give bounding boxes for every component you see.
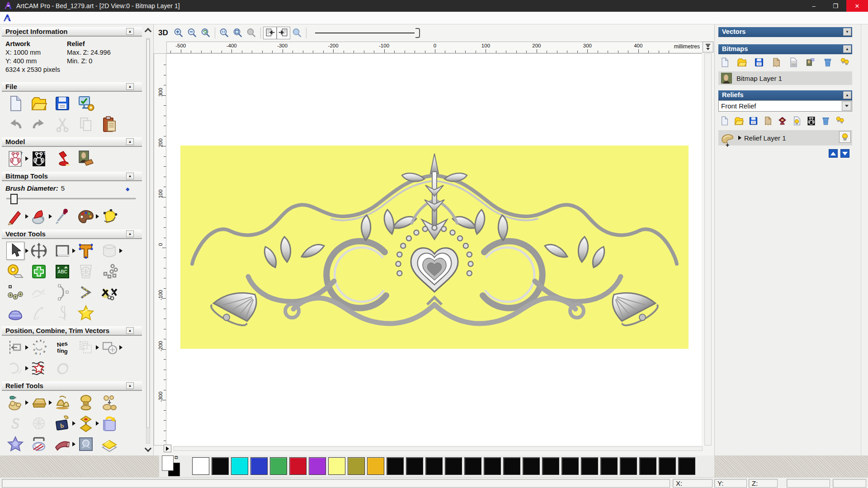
minimize-button[interactable]: – bbox=[803, 0, 825, 12]
layer-texture-button[interactable] bbox=[763, 116, 773, 126]
teddy-negative-button[interactable] bbox=[806, 116, 816, 126]
tool-interlock[interactable] bbox=[53, 359, 71, 377]
tool-new-model[interactable] bbox=[6, 94, 24, 113]
tool-nesting[interactable]: Nesting bbox=[53, 338, 71, 357]
palette-swatch[interactable] bbox=[367, 457, 384, 475]
collapse-section-icon[interactable]: ▲ bbox=[126, 230, 134, 237]
flyout-arrow-icon[interactable] bbox=[49, 400, 52, 405]
layer-bulb-page-button[interactable] bbox=[792, 116, 802, 126]
tool-cut[interactable] bbox=[53, 115, 71, 133]
tool-relief-wrap[interactable] bbox=[100, 414, 118, 432]
palette-swatch[interactable] bbox=[639, 457, 656, 475]
brush-diameter-slider[interactable] bbox=[6, 198, 136, 199]
flyout-arrow-icon[interactable] bbox=[119, 249, 123, 253]
tool-undo[interactable] bbox=[6, 115, 24, 133]
tool-arc-edit[interactable] bbox=[53, 283, 71, 301]
tool-measure[interactable] bbox=[6, 263, 24, 281]
palette-swatch[interactable] bbox=[600, 457, 618, 475]
line-thickness-handle[interactable] bbox=[415, 28, 420, 38]
tool-save-file[interactable] bbox=[53, 94, 71, 113]
flyout-arrow-icon[interactable] bbox=[119, 345, 123, 350]
zoom-in-button[interactable] bbox=[172, 27, 185, 39]
scrollbar-thumb[interactable] bbox=[146, 39, 150, 428]
vectors-section-header[interactable]: Vectors ▼ bbox=[718, 27, 852, 37]
relief-layer-row[interactable]: + Relief Layer 1 bbox=[718, 130, 852, 145]
collapse-section-icon[interactable]: ▲ bbox=[126, 28, 134, 35]
tool-lighting[interactable] bbox=[53, 150, 71, 168]
palette-swatch[interactable] bbox=[348, 457, 365, 475]
collapse-section-icon[interactable]: ▲ bbox=[126, 83, 134, 90]
collapse-reliefs-icon[interactable]: ▲ bbox=[843, 91, 851, 99]
maximize-button[interactable]: ❐ bbox=[825, 0, 846, 12]
tool-relief-press[interactable] bbox=[30, 435, 48, 453]
palette-swatch[interactable] bbox=[445, 457, 462, 475]
tool-relief-sculpt[interactable]: S bbox=[6, 414, 24, 432]
palette-swatch[interactable] bbox=[289, 457, 307, 475]
layer-image-button[interactable] bbox=[805, 57, 816, 68]
tool-select[interactable] bbox=[6, 242, 24, 260]
tool-bitmap-to-vector[interactable] bbox=[100, 207, 118, 225]
bitmap-tools-header[interactable]: Bitmap Tools▲ bbox=[2, 172, 142, 181]
link-colours-icon[interactable]: ⧉ bbox=[175, 455, 178, 460]
layer-fade-button[interactable] bbox=[788, 57, 799, 68]
tool-fluting[interactable] bbox=[30, 359, 48, 377]
tool-relief-layers[interactable] bbox=[100, 435, 118, 453]
collapse-section-icon[interactable]: ▲ bbox=[126, 173, 134, 179]
tool-envelope[interactable] bbox=[100, 242, 118, 260]
palette-swatch[interactable] bbox=[561, 457, 579, 475]
model-header[interactable]: Model▲ bbox=[2, 137, 142, 147]
move-layer-up-button[interactable] bbox=[829, 149, 838, 158]
tool-relief-clipart[interactable]: b bbox=[53, 414, 71, 432]
vector-tools-header[interactable]: Vector Tools▲ bbox=[2, 230, 142, 239]
collapse-section-icon[interactable]: ▲ bbox=[126, 382, 134, 389]
canvas-scroll-left-button[interactable] bbox=[164, 445, 171, 452]
flyout-arrow-icon[interactable] bbox=[72, 249, 75, 253]
tool-align[interactable] bbox=[6, 338, 24, 357]
tool-cut-vector[interactable] bbox=[100, 283, 118, 301]
zoom-selection-button[interactable] bbox=[290, 27, 304, 39]
flyout-arrow-icon[interactable] bbox=[25, 345, 28, 350]
tool-curve-smooth[interactable] bbox=[30, 304, 48, 322]
flyout-arrow-icon[interactable] bbox=[96, 345, 99, 350]
collapse-section-icon[interactable]: ▲ bbox=[126, 327, 134, 334]
zoom-fit-button[interactable] bbox=[231, 27, 245, 39]
ruler-options-button[interactable] bbox=[703, 42, 713, 52]
new-layer-page-button[interactable] bbox=[719, 116, 730, 126]
tool-options[interactable] bbox=[77, 94, 95, 113]
tool-nodes[interactable] bbox=[100, 263, 118, 281]
zoom-1to1-button[interactable]: 1:1 bbox=[217, 27, 231, 39]
flyout-arrow-icon[interactable] bbox=[49, 214, 52, 219]
palette-swatch[interactable] bbox=[581, 457, 598, 475]
palette-swatch[interactable] bbox=[503, 457, 520, 475]
tool-trim[interactable] bbox=[6, 359, 24, 377]
tool-palette[interactable] bbox=[77, 207, 95, 225]
tool-weld[interactable] bbox=[100, 338, 118, 357]
relief-artwork[interactable] bbox=[180, 145, 689, 349]
zoom-previous-button[interactable] bbox=[199, 27, 212, 39]
tool-relief-stamp[interactable] bbox=[77, 414, 95, 432]
flyout-arrow-icon[interactable] bbox=[72, 442, 75, 446]
primary-secondary-colours[interactable]: ⧉ bbox=[162, 456, 183, 476]
open-layer-folder-button[interactable] bbox=[734, 116, 744, 126]
flyout-arrow-icon[interactable] bbox=[96, 214, 99, 219]
tool-transform[interactable] bbox=[30, 242, 48, 260]
layer-visibility-button[interactable] bbox=[839, 131, 851, 143]
tool-colour-picker[interactable] bbox=[53, 207, 71, 225]
palette-swatch[interactable] bbox=[523, 457, 540, 475]
right-panel-scrollbar[interactable] bbox=[861, 24, 868, 455]
canvas-horizontal-scrollbar[interactable] bbox=[174, 446, 703, 451]
brush-diamond-icon[interactable]: ◆ bbox=[126, 186, 129, 192]
toggle-vector-view-button[interactable] bbox=[277, 27, 290, 39]
tool-curve-join[interactable] bbox=[53, 304, 71, 322]
tool-mesh[interactable] bbox=[77, 263, 95, 281]
flyout-arrow-icon[interactable] bbox=[25, 366, 28, 371]
tool-paint[interactable] bbox=[6, 207, 24, 225]
expand-relief-layer-icon[interactable] bbox=[738, 136, 741, 140]
move-layer-down-button[interactable] bbox=[840, 149, 849, 158]
delete-layer-button[interactable] bbox=[821, 116, 831, 126]
palette-swatch[interactable] bbox=[231, 457, 248, 475]
tool-snap[interactable] bbox=[30, 263, 48, 281]
tool-create-star[interactable] bbox=[77, 304, 95, 322]
tool-redo[interactable] bbox=[30, 115, 48, 133]
collapse-vectors-icon[interactable]: ▼ bbox=[843, 28, 851, 36]
